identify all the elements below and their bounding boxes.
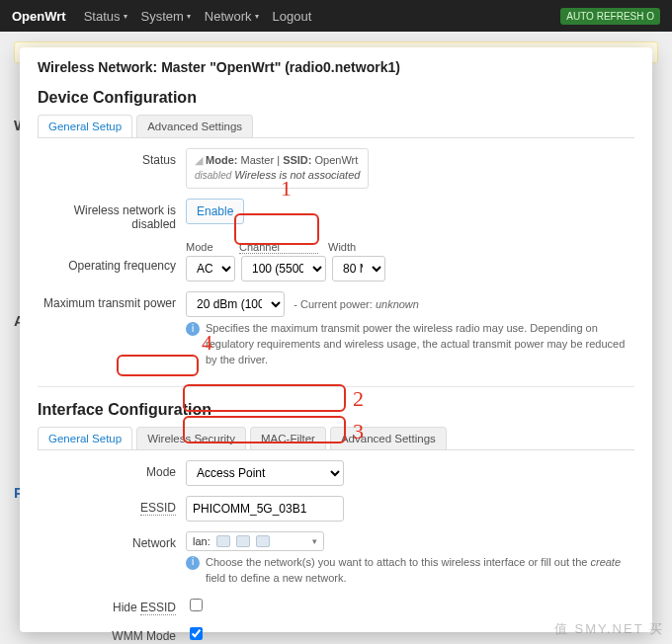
- label-essid: ESSID: [38, 496, 186, 515]
- watermark: 值 SMY.NET 买: [554, 620, 664, 638]
- chevron-down-icon: ▾: [312, 536, 317, 546]
- status-box: ◢ Mode: Master | SSID: OpenWrt disabled …: [186, 148, 369, 189]
- iface-mode-select[interactable]: Access Point: [186, 460, 344, 486]
- row-hide-essid: Hide ESSID: [38, 596, 634, 614]
- iface-config-heading: Interface Configuration: [38, 401, 634, 419]
- tab-iface-macfilter[interactable]: MAC-Filter: [250, 427, 326, 449]
- topbar: OpenWrt Status▾ System▾ Network▾ Logout …: [0, 0, 672, 32]
- info-icon: i: [186, 322, 200, 336]
- port-icon: [216, 535, 230, 547]
- label-wmm: WMM Mode: [38, 624, 186, 643]
- label-frequency: Operating frequency: [38, 241, 186, 273]
- width-select[interactable]: 80 MHz: [332, 256, 385, 282]
- row-wmm: WMM Mode: [38, 624, 634, 643]
- tab-dev-advanced[interactable]: Advanced Settings: [136, 115, 253, 137]
- nav-logout[interactable]: Logout: [273, 9, 312, 24]
- tab-dev-general[interactable]: General Setup: [38, 115, 132, 137]
- nav-network[interactable]: Network▾: [205, 9, 259, 24]
- row-mode: Mode Access Point: [38, 460, 634, 486]
- txpower-hint: i Specifies the maximum transmit power t…: [186, 321, 634, 368]
- nav-status[interactable]: Status▾: [84, 9, 127, 24]
- txpower-select[interactable]: 20 dBm (100 mW): [186, 291, 285, 317]
- brand[interactable]: OpenWrt: [12, 9, 66, 24]
- port-icon: [236, 535, 250, 547]
- nav-system[interactable]: System▾: [141, 9, 191, 24]
- chevron-down-icon: ▾: [124, 12, 127, 21]
- label-network: Network: [38, 531, 186, 550]
- label-enable: Wireless network is disabled: [38, 199, 186, 231]
- row-essid: ESSID: [38, 496, 634, 522]
- device-config-heading: Device Configuration: [38, 89, 634, 107]
- divider: [38, 386, 634, 387]
- wireless-config-modal: Wireless Network: Master "OpenWrt" (radi…: [20, 47, 652, 632]
- network-picker[interactable]: lan: ▾: [186, 531, 324, 551]
- assoc-text: Wireless is not associated: [234, 169, 360, 181]
- disabled-tag: disabled: [195, 170, 231, 181]
- enable-button[interactable]: Enable: [186, 199, 244, 224]
- label-mode: Mode: [38, 460, 186, 479]
- iface-tabs: General Setup Wireless Security MAC-Filt…: [38, 427, 634, 450]
- tab-iface-security[interactable]: Wireless Security: [136, 427, 246, 449]
- mode-select[interactable]: AC: [186, 256, 235, 282]
- info-icon: i: [186, 556, 200, 570]
- row-status: Status ◢ Mode: Master | SSID: OpenWrt di…: [38, 148, 634, 189]
- hide-essid-checkbox[interactable]: [190, 599, 203, 611]
- signal-icon: ◢: [195, 154, 203, 166]
- row-network: Network lan: ▾ i Choose the network(s) y…: [38, 531, 634, 587]
- row-enable: Wireless network is disabled Enable: [38, 199, 634, 231]
- auto-refresh-badge[interactable]: AUTO REFRESH O: [560, 8, 660, 25]
- row-frequency: Operating frequency Mode Channel Width A…: [38, 241, 634, 282]
- current-power: - Current power: unknown: [294, 298, 419, 310]
- freq-headers: Mode Channel Width: [186, 241, 634, 254]
- channel-select[interactable]: 100 (5500 Mhz): [241, 256, 326, 282]
- row-txpower: Maximum transmit power 20 dBm (100 mW) -…: [38, 291, 634, 368]
- port-icon: [256, 535, 270, 547]
- essid-input[interactable]: [186, 496, 344, 522]
- wmm-checkbox[interactable]: [190, 627, 203, 640]
- label-status: Status: [38, 148, 186, 167]
- network-hint: i Choose the network(s) you want to atta…: [186, 555, 634, 587]
- label-hide-essid: Hide ESSID: [38, 596, 186, 614]
- label-txpower: Maximum transmit power: [38, 291, 186, 310]
- chevron-down-icon: ▾: [187, 12, 191, 21]
- tab-iface-advanced[interactable]: Advanced Settings: [330, 427, 447, 449]
- chevron-down-icon: ▾: [255, 12, 259, 21]
- device-tabs: General Setup Advanced Settings: [38, 115, 634, 138]
- modal-title: Wireless Network: Master "OpenWrt" (radi…: [38, 59, 634, 75]
- tab-iface-general[interactable]: General Setup: [38, 427, 132, 449]
